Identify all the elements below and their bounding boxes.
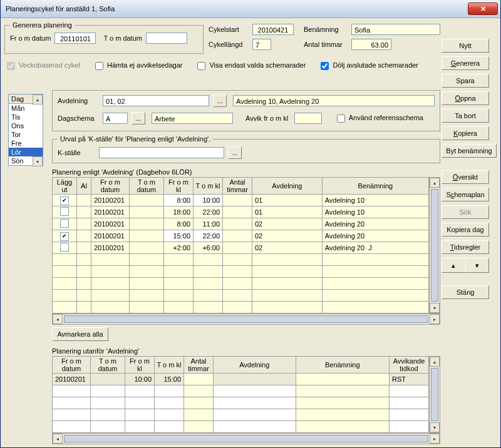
tidsregler-button[interactable]: Tidsregler — [442, 240, 489, 254]
dagschema-label: Dagschema — [58, 115, 99, 122]
kstalle-input[interactable] — [99, 147, 224, 158]
col2-antaltimmar: Antal timmar — [184, 357, 214, 374]
planering1-table[interactable]: Lägg ut Al Fr o m datum T o m datum Fr o… — [52, 177, 429, 313]
table-row[interactable]: ✔201002018:0010:0001Avdelning 10 — [53, 195, 429, 206]
scroll-up-icon[interactable]: ▴ — [430, 357, 440, 367]
day-mon[interactable]: Mån — [9, 104, 43, 113]
table-row[interactable] — [53, 409, 429, 421]
cykelstart-input[interactable]: 20100421 — [252, 24, 294, 35]
day-list-down[interactable]: ▾ — [33, 156, 43, 166]
table-row[interactable] — [53, 421, 429, 433]
col-tomkl: T o m kl — [194, 178, 223, 195]
table-row[interactable] — [53, 278, 429, 290]
antaltimmar-label: Antal timmar — [304, 41, 348, 48]
visa-valda-check[interactable]: Visa endast valda schemarader — [195, 60, 306, 72]
table-row[interactable]: ✔2010020115:0022:0002Avdelning 20 — [53, 230, 429, 242]
day-tor[interactable]: Tor — [9, 130, 43, 139]
kopiera-dag-button[interactable]: Kopiera dag — [442, 223, 489, 237]
spara-button[interactable]: Spara — [442, 74, 489, 88]
urval-fieldset: Urval på 'K-ställe' för 'Planering enlig… — [52, 135, 440, 163]
day-son[interactable]: Sön ▾ — [9, 156, 43, 165]
nytt-button[interactable]: Nytt — [442, 39, 489, 53]
day-tis[interactable]: Tis — [9, 113, 43, 121]
table-row[interactable] — [53, 266, 429, 278]
table-row[interactable]: 201002018:0011:0002Avdelning 20 — [53, 218, 429, 230]
table-row[interactable] — [53, 385, 429, 397]
cykel-area: Cykelstart 20100421 Benämning Sofia Cyke… — [209, 21, 440, 50]
planering2-table[interactable]: Fr o m datum T o m datum Fr o m kl T o m… — [52, 356, 429, 433]
scroll-up-icon[interactable]: ▴ — [430, 178, 440, 188]
day-fre[interactable]: Fre — [9, 139, 43, 148]
cykellangd-input[interactable]: 7 — [252, 39, 271, 50]
col2-benamning: Benämning — [296, 357, 389, 374]
oversikt-button[interactable]: Översikt — [442, 170, 489, 184]
kopiera-button[interactable]: Kopiera — [442, 126, 489, 140]
generera-button[interactable]: Generera — [442, 56, 489, 70]
stang-button[interactable]: Stäng — [442, 285, 489, 299]
scroll-right-icon[interactable]: ▸ — [430, 314, 440, 324]
antaltimmar-input[interactable]: 63.00 — [351, 39, 391, 50]
sok-button[interactable]: Sök — [442, 205, 489, 219]
planering2-section: Planering utanför 'Avdelning' Fr o m dat… — [52, 347, 440, 444]
generera-fieldset: Generera planering Fr o m datum 20110101… — [4, 21, 204, 54]
scroll-thumb[interactable] — [431, 189, 438, 302]
tabort-button[interactable]: Ta bort — [442, 109, 489, 123]
scroll-thumb[interactable] — [64, 435, 428, 442]
table-row[interactable]: 2010020110:0015:00RST — [53, 374, 429, 385]
to-input[interactable] — [146, 33, 187, 44]
dagschema-input[interactable]: A — [103, 113, 128, 124]
scroll-right-icon[interactable]: ▸ — [430, 434, 440, 444]
planering2-vscroll[interactable]: ▴ ▾ — [429, 356, 440, 433]
byt-benamning-button[interactable]: Byt benämning — [442, 144, 497, 158]
dolj-avslutade-check[interactable]: Dölj avslutade schemarader — [318, 60, 418, 72]
anvand-ref-check[interactable]: Använd referensschema — [334, 113, 423, 125]
close-button[interactable]: ✕ — [468, 3, 498, 15]
table-row[interactable]: 20100201+2:00+6:0002Avdelning 20 J — [53, 242, 429, 254]
schemaplan-button[interactable]: Schemaplan — [442, 188, 489, 201]
cykellangd-label: Cykellängd — [209, 41, 249, 48]
table-row[interactable] — [53, 397, 429, 409]
day-ons[interactable]: Ons — [9, 121, 43, 130]
scroll-down-icon[interactable]: ▾ — [430, 303, 440, 313]
table-row[interactable]: 2010020118:0022:0001Avdelning 10 — [53, 206, 429, 218]
scroll-thumb[interactable] — [431, 368, 438, 421]
col-antaltimmar: Antal timmar — [223, 178, 252, 195]
planering1-vscroll[interactable]: ▴ ▾ — [429, 177, 440, 313]
table-row[interactable] — [53, 302, 429, 313]
col2-avdelning: Avdelning — [214, 357, 296, 374]
urval-legend: Urval på 'K-ställe' för 'Planering enlig… — [58, 135, 213, 143]
titlebar: Planeringscykel för anställd 1, Sofia ✕ — [1, 0, 500, 18]
from-label: Fr o m datum — [10, 34, 51, 42]
veckobaserad-check[interactable]: Veckobaserad cykel — [4, 60, 80, 72]
from-input[interactable]: 20110101 — [54, 33, 96, 44]
benamning-input[interactable]: Sofia — [351, 24, 440, 35]
scroll-down-icon[interactable]: ▾ — [430, 422, 440, 432]
scroll-left-icon[interactable]: ◂ — [53, 314, 63, 324]
to-label: T o m datum — [103, 34, 142, 42]
day-list-up[interactable]: ▴ — [33, 94, 43, 104]
table-row[interactable] — [53, 290, 429, 302]
dagschema-desc: Arbete — [152, 113, 233, 124]
avdelning-input[interactable]: 01, 02 — [103, 95, 209, 106]
day-list[interactable]: Dag ▴ Mån Tis Ons Tor Fre Lör Sön ▾ — [8, 94, 43, 166]
scroll-left-icon[interactable]: ◂ — [53, 434, 63, 444]
up-button[interactable]: ▴ — [442, 258, 465, 273]
day-lor[interactable]: Lör — [9, 148, 43, 156]
kstalle-browse[interactable]: ... — [228, 146, 242, 159]
planering1-hscroll[interactable]: ◂ ▸ — [52, 313, 440, 325]
planering1-section: Planering enligt 'Avdelning' (Dagbehov 6… — [52, 168, 440, 341]
avvik-input[interactable] — [294, 113, 322, 124]
triangle-up-icon: ▴ — [452, 262, 455, 270]
planering2-hscroll[interactable]: ◂ ▸ — [52, 433, 440, 444]
down-button[interactable]: ▾ — [465, 258, 490, 273]
chevron-down-icon: ▾ — [36, 159, 39, 165]
col-fromdatum: Fr o m datum — [91, 178, 130, 195]
scroll-thumb[interactable] — [64, 315, 428, 323]
hamta-ej-check[interactable]: Hämta ej avvikelsedagar — [93, 60, 183, 72]
avmarkera-button[interactable]: Avmarkera alla — [52, 327, 108, 341]
avvik-label: Avvik fr o m kl — [245, 115, 288, 122]
oppna-button[interactable]: Öppna — [442, 91, 489, 105]
table-row[interactable] — [53, 254, 429, 266]
avdelning-browse[interactable]: ... — [213, 94, 227, 107]
dagschema-browse[interactable]: ... — [132, 112, 145, 125]
